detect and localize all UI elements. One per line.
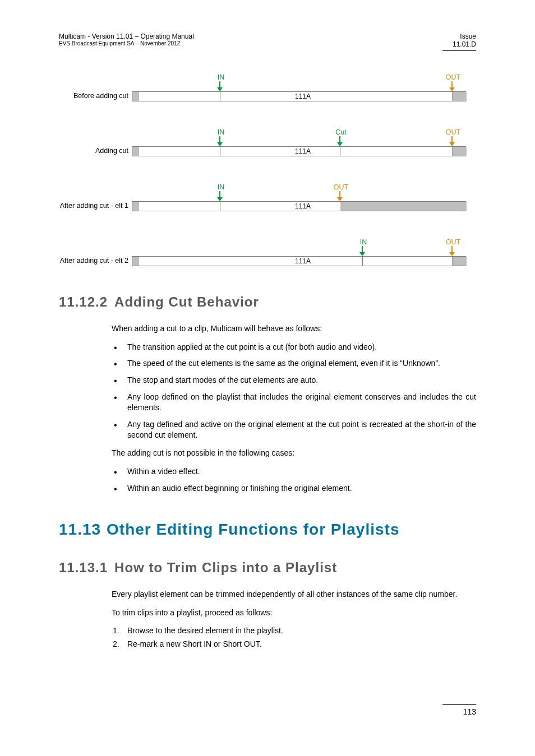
out-arrow-icon [451,136,453,143]
diagram-row-label: After adding cut - elt 1 [60,202,128,210]
in-arrow-icon [219,81,220,89]
cut-diagram: INOUTBefore adding cut111AINCutOUTAdding… [132,63,466,266]
numbered-list: Browse to the desired element in the pla… [112,626,476,648]
list-item: The speed of the cut elements is the sam… [112,358,476,369]
issue-number: 11.01.D [453,40,476,48]
heading-how-to-trim-clips: 11.13.1 How to Trim Clips into a Playlis… [59,560,476,576]
list-item: Within an audio effect beginning or fini… [112,483,476,494]
clip-divider [220,146,220,156]
out-arrow-icon [339,191,340,198]
heading-number: 11.13.1 [59,560,108,576]
clip-grey-region [132,257,139,266]
clip-bar: 111A [132,146,466,156]
page-footer: 113 [59,704,476,716]
paragraph: The adding cut is not possible in the fo… [112,448,476,458]
cut-arrow-icon [339,136,340,143]
clip-grey-region [453,92,467,101]
out-label: OUT [445,238,462,246]
clip-bar: 111A [132,201,466,211]
clip-divider [220,91,220,101]
clip-divider [340,146,340,156]
clip-divider [340,201,340,211]
header-rule [442,50,476,51]
header-left: Multicam - Version 11.01 – Operating Man… [59,33,194,47]
clip-grey-region [341,202,467,211]
list-item: The transition applied at the cut point … [112,342,476,353]
clip-id-label: 111A [295,92,311,100]
doc-title: Multicam - Version 11.01 – Operating Man… [59,33,194,40]
heading-adding-cut-behavior: 11.12.2 Adding Cut Behavior [59,294,476,310]
clip-grey-region [132,202,139,211]
list-item: The stop and start modes of the cut elem… [112,375,476,386]
clip-divider [220,201,220,211]
in-arrow-icon [219,136,220,143]
in-label: IN [355,238,372,246]
list-item: Any tag defined and active on the origin… [112,419,476,441]
out-label: OUT [445,73,462,81]
heading-text: Other Editing Functions for Playlists [107,521,399,539]
footer-rule [442,704,476,705]
in-arrow-icon [362,246,363,253]
clip-divider [452,146,453,156]
heading-number: 11.13 [59,521,101,539]
out-label: OUT [333,183,349,191]
out-label: OUT [445,128,462,136]
clip-id-label: 111A [295,257,311,265]
issue-label: Issue [453,33,476,40]
paragraph: When adding a cut to a clip, Multicam wi… [112,323,476,334]
list-item: Browse to the desired element in the pla… [112,626,476,635]
bullet-list: Within a video effect.Within an audio ef… [112,466,476,494]
list-item: Any loop defined on the playlist that in… [112,392,476,414]
cut-label: Cut [333,128,349,136]
heading-other-editing-functions: 11.13 Other Editing Functions for Playli… [59,521,476,539]
clip-bar: 111A [132,256,466,266]
in-label: IN [213,73,229,81]
clip-divider [452,91,453,101]
diagram-row-label: Before adding cut [73,92,128,100]
paragraph: Every playlist element can be trimmed in… [112,589,476,600]
in-arrow-icon [219,191,220,198]
in-label: IN [213,128,229,136]
page-number: 113 [463,707,476,716]
diagram-row-label: After adding cut - elt 2 [60,257,128,265]
list-item: Re-mark a new Short IN or Short OUT. [112,639,476,648]
page-header: Multicam - Version 11.01 – Operating Man… [59,33,476,48]
clip-id-label: 111A [295,147,311,155]
clip-grey-region [132,92,139,101]
clip-grey-region [453,147,467,156]
heading-text: Adding Cut Behavior [114,294,259,310]
clip-divider [362,256,363,266]
clip-divider [452,256,453,266]
clip-grey-region [132,147,139,156]
paragraph: To trim clips into a playlist, proceed a… [112,607,476,618]
out-arrow-icon [451,246,453,253]
out-arrow-icon [451,81,453,89]
clip-grey-region [453,257,467,266]
clip-id-label: 111A [295,202,311,210]
bullet-list: The transition applied at the cut point … [112,342,476,441]
heading-text: How to Trim Clips into a Playlist [114,560,337,576]
clip-bar: 111A [132,91,466,101]
list-item: Within a video effect. [112,466,476,477]
header-right: Issue 11.01.D [453,33,476,48]
in-label: IN [213,183,229,191]
heading-number: 11.12.2 [59,294,108,310]
doc-subtitle: EVS Broadcast Equipment SA – November 20… [59,40,194,47]
diagram-row-label: Adding cut [95,147,128,155]
